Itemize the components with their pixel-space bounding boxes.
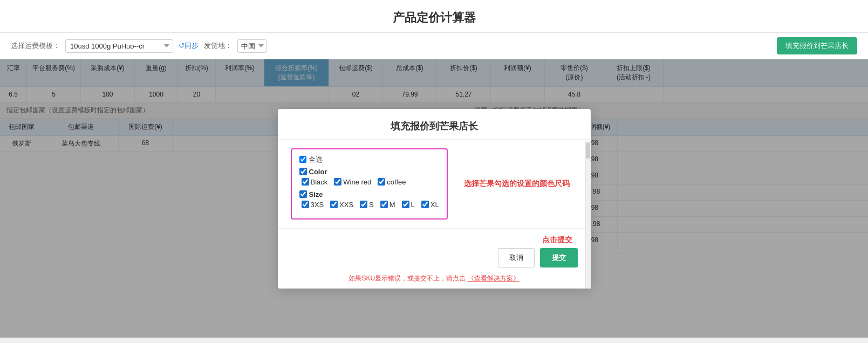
footer-text: 如果SKU显示错误，或提交不上，请点击 (348, 275, 466, 282)
fill-button[interactable]: 填充报价到芒果店长 (777, 37, 857, 54)
template-label: 选择运费模板： (11, 41, 60, 51)
color-coffee-label: coffee (387, 178, 406, 186)
size-group: Size 3XS XXS (299, 190, 439, 209)
size-l-label: L (411, 201, 415, 209)
size-s-checkbox[interactable] (360, 201, 367, 208)
page-title: 产品定价计算器 (0, 0, 868, 33)
modal-title: 填充报价到芒果店长 (278, 109, 591, 140)
color-group-checkbox[interactable] (299, 168, 307, 175)
color-winered-checkbox[interactable] (334, 178, 341, 186)
size-3xs-label: 3XS (311, 201, 324, 209)
modal-actions: 取消 提交 (291, 248, 578, 267)
size-s-label: S (369, 201, 374, 209)
size-m-checkbox[interactable] (380, 201, 388, 208)
footer-link-row: 如果SKU显示错误，或提交不上，请点击 《查看解决方案》 (291, 271, 578, 283)
size-group-checkbox[interactable] (299, 190, 307, 198)
submit-hint: 点击提交 (291, 235, 578, 245)
list-item[interactable]: XL (421, 201, 439, 209)
origin-label: 发货地： (204, 41, 232, 51)
list-item[interactable]: L (402, 201, 415, 209)
list-item[interactable]: XXS (330, 201, 353, 209)
color-group-label: Color (299, 168, 439, 176)
main-content: 汇率 平台服务费(%) 采购成本(¥) 重量(g) 折扣(%) 利润率(%) 综… (0, 59, 868, 338)
scrollbar[interactable] (585, 141, 591, 289)
color-coffee-checkbox[interactable] (378, 178, 385, 186)
modal-overlay: 填充报价到芒果店长 全选 Color (0, 59, 868, 338)
color-black-checkbox[interactable] (302, 178, 309, 186)
size-m-label: M (389, 201, 395, 209)
list-item[interactable]: 3XS (302, 201, 324, 209)
footer-link[interactable]: 《查看解决方案》 (468, 275, 520, 282)
list-item[interactable]: Black (302, 178, 328, 186)
color-winered-label: Wine red (343, 178, 371, 186)
sku-panel: 全选 Color Black (291, 148, 448, 219)
color-items: Black Wine red coffee (299, 178, 439, 186)
color-label: Color (309, 168, 327, 176)
size-group-label: Size (299, 190, 439, 198)
list-item[interactable]: S (360, 201, 374, 209)
scrollbar-thumb (586, 142, 590, 159)
color-group: Color Black Wine red (299, 168, 439, 186)
select-all-row: 全选 (299, 155, 439, 164)
sync-icon[interactable]: ↺同步 (179, 41, 199, 51)
color-black-label: Black (311, 178, 328, 186)
list-item[interactable]: coffee (378, 178, 406, 186)
size-xxs-label: XXS (339, 201, 353, 209)
toolbar: 选择运费模板： 10usd 1000g PuHuo--cr ↺同步 发货地： 中… (0, 33, 868, 59)
size-3xs-checkbox[interactable] (302, 201, 309, 208)
size-xl-label: XL (430, 201, 439, 209)
select-all-label: 全选 (309, 155, 323, 164)
size-xl-checkbox[interactable] (421, 201, 429, 208)
size-label: Size (309, 190, 323, 198)
list-item[interactable]: Wine red (334, 178, 371, 186)
template-select[interactable]: 10usd 1000g PuHuo--cr (65, 39, 173, 53)
modal-dialog: 填充报价到芒果店长 全选 Color (278, 109, 591, 289)
cancel-button[interactable]: 取消 (498, 248, 535, 267)
modal-body: 全选 Color Black (278, 140, 591, 228)
size-l-checkbox[interactable] (402, 201, 409, 208)
modal-footer: 点击提交 取消 提交 如果SKU显示错误，或提交不上，请点击 《查看解决方案》 (278, 228, 591, 289)
select-all-checkbox[interactable] (299, 156, 306, 163)
hint-text: 选择芒果勾选的设置的颜色尺码 (459, 148, 578, 219)
size-xxs-checkbox[interactable] (330, 201, 338, 208)
size-items: 3XS XXS S M (299, 201, 439, 209)
list-item[interactable]: M (380, 201, 395, 209)
submit-button[interactable]: 提交 (540, 248, 578, 267)
origin-select[interactable]: 中国 (237, 39, 266, 53)
